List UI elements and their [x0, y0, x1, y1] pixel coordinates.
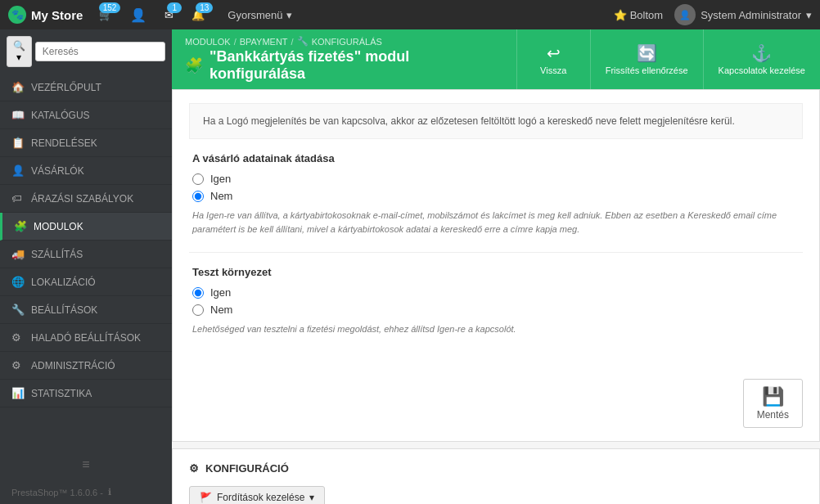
teszt-nem-option[interactable]: Nem	[192, 304, 800, 316]
breadcrumb-section: MODULOK / BPAYMENT / 🔧 KONFIGURÁLÁS 🧩 "B…	[172, 29, 516, 89]
sidebar-label-beallitasok: BEÁLLÍTÁSOK	[31, 304, 97, 316]
sidebar-collapse[interactable]: ≡	[0, 449, 172, 480]
breadcrumb-konfiguralas[interactable]: KONFIGURÁLÁS	[312, 37, 382, 47]
sidebar-item-vasarlok[interactable]: 👤 VÁSÁRLÓK	[0, 157, 172, 185]
vasarlo-radio-group: Igen Nem	[192, 173, 800, 202]
kapcsolatok-icon: ⚓	[751, 43, 772, 63]
breadcrumb-bpayment[interactable]: BPAYMENT	[240, 37, 288, 47]
config-section: ⚙ KONFIGURÁCIÓ 🚩 Fordítások kezelése ▾	[172, 448, 820, 505]
cart-icon[interactable]: 🛒 152	[99, 9, 112, 21]
admin-icon: ⚙	[11, 359, 25, 371]
flag-icon: 🚩	[200, 492, 212, 503]
sidebar-item-szallitas[interactable]: 🚚 SZÁLLÍTÁS	[0, 241, 172, 268]
sidebar-label-lokalizacio: LOKALIZÁCIÓ	[31, 277, 96, 288]
cart-badge: 152	[99, 2, 121, 13]
sidebar-item-arazasi[interactable]: 🏷 ÁRAZÁSI SZABÁLYOK	[0, 185, 172, 213]
breadcrumb: MODULOK / BPAYMENT / 🔧 KONFIGURÁLÁS	[185, 36, 503, 47]
modules-icon: 🧩	[14, 220, 27, 232]
catalog-icon: 📖	[11, 109, 25, 121]
search-button[interactable]: 🔍▾	[7, 36, 32, 67]
sidebar-item-modulok[interactable]: 🧩 MODULOK	[0, 213, 172, 241]
page-title-text: "Bankkártyás fizetés" modul konfigurálás…	[210, 48, 503, 83]
sidebar-item-vezerlpult[interactable]: 🏠 VEZÉRLŐPULT	[0, 74, 172, 101]
store-name: My Store	[31, 8, 83, 22]
person-icon[interactable]: 👤	[130, 7, 146, 23]
vasarlo-nem-radio[interactable]	[192, 191, 204, 202]
localization-icon: 🌐	[11, 276, 25, 288]
star-icon: ⭐	[614, 9, 627, 21]
frissites-label: Frissítés ellenőrzése	[606, 65, 688, 75]
settings-icon: 🔧	[11, 304, 25, 316]
sidebar-label-vasarlok: VÁSÁRLÓK	[31, 165, 84, 177]
store-logo[interactable]: 🐾 My Store	[8, 6, 83, 24]
config-title-text: KONFIGURÁCIÓ	[205, 462, 289, 475]
kapcsolatok-button[interactable]: ⚓ Kapcsolatok kezelése	[703, 29, 820, 89]
sidebar-label-arazasi: ÁRAZÁSI SZABÁLYOK	[31, 193, 133, 205]
prestashop-version: PrestaShop™ 1.6.0.6 - ℹ	[0, 480, 172, 504]
kapcsolatok-label: Kapcsolatok kezelése	[719, 65, 805, 75]
sidebar-label-rendelesek: RENDELÉSEK	[31, 137, 97, 149]
sidebar-item-statisztika[interactable]: 📊 STATISZTIKA	[0, 380, 172, 407]
info-text: Ha a Logó megjelenítés be van kapcsolva,…	[189, 103, 803, 139]
teszt-igen-radio[interactable]	[192, 287, 204, 299]
right-nav: ⭐ Boltom 👤 System Administrator ▾	[614, 4, 812, 25]
search-input[interactable]	[35, 42, 165, 61]
sidebar-label-vezerlpult: VEZÉRLŐPULT	[31, 82, 101, 93]
save-button[interactable]: 💾 Mentés	[743, 379, 803, 428]
boltom-label: Boltom	[630, 9, 663, 21]
logo-icon: 🐾	[8, 6, 26, 24]
teszt-title: Teszt környezet	[192, 266, 800, 278]
vasarlo-igen-option[interactable]: Igen	[192, 173, 800, 185]
config-icon: ⚙	[189, 462, 199, 475]
frissites-button[interactable]: 🔄 Frissítés ellenőrzése	[590, 29, 703, 89]
vasarlo-nem-option[interactable]: Nem	[192, 190, 800, 202]
sidebar-item-rendelesek[interactable]: 📋 RENDELÉSEK	[0, 129, 172, 157]
vasarlo-hint: Ha Igen-re van állítva, a kártyabirtokos…	[192, 209, 800, 236]
content-body: Ha a Logó megjelenítés be van kapcsolva,…	[173, 90, 819, 366]
sidebar-search: 🔍▾	[0, 29, 172, 74]
vissza-icon: ↩	[547, 43, 561, 63]
teszt-section: Teszt környezet Igen Nem Lehetőséged	[189, 266, 803, 336]
sidebar-item-beallitasok[interactable]: 🔧 BEÁLLÍTÁSOK	[0, 296, 172, 324]
sidebar-label-halado: HALADÓ BEÁLLÍTÁSOK	[31, 332, 141, 344]
sidebar-label-modulok: MODULOK	[34, 221, 83, 232]
advanced-icon: ⚙	[11, 331, 25, 344]
orders-icon[interactable]: 🔔 13	[191, 9, 205, 21]
admin-avatar: 👤	[674, 4, 696, 25]
vissza-button[interactable]: ↩ Vissza	[516, 29, 590, 89]
customers-icon: 👤	[11, 164, 25, 177]
teszt-igen-option[interactable]: Igen	[192, 286, 800, 299]
breadcrumb-modulok[interactable]: MODULOK	[185, 37, 231, 47]
boltom-button[interactable]: ⭐ Boltom	[614, 9, 663, 21]
action-bar: MODULOK / BPAYMENT / 🔧 KONFIGURÁLÁS 🧩 "B…	[172, 29, 820, 89]
vasarlo-igen-radio[interactable]	[192, 173, 204, 185]
breadcrumb-sep2: /	[291, 37, 294, 47]
sidebar-label-katalogus: KATALÓGUS	[31, 110, 90, 121]
sidebar-item-adminisztracio[interactable]: ⚙ ADMINISZTRÁCIÓ	[0, 352, 172, 380]
puzzle-icon: 🧩	[185, 56, 203, 74]
vasarlo-nem-label: Nem	[210, 190, 232, 202]
sidebar-label-statisztika: STATISZTIKA	[31, 388, 92, 399]
version-label: PrestaShop™ 1.6.0.6 -	[11, 488, 103, 497]
orders-badge: 13	[196, 2, 213, 13]
teszt-radio-group: Igen Nem	[192, 286, 800, 316]
main-layout: 🔍▾ 🏠 VEZÉRLŐPULT 📖 KATALÓGUS 📋 RENDELÉSE…	[0, 29, 820, 504]
translations-button[interactable]: 🚩 Fordítások kezelése ▾	[189, 486, 325, 505]
teszt-nem-radio[interactable]	[192, 304, 204, 316]
admin-menu[interactable]: 👤 System Administrator ▾	[674, 4, 812, 25]
sidebar-item-katalogus[interactable]: 📖 KATALÓGUS	[0, 101, 172, 129]
save-label: Mentés	[757, 409, 789, 421]
gyorsmenu-chevron: ▾	[286, 9, 292, 21]
sidebar-label-adminisztracio: ADMINISZTRÁCIÓ	[31, 360, 115, 371]
content-card: Ha a Logó megjelenítés be van kapcsolva,…	[172, 89, 820, 442]
gyorsmenu-button[interactable]: Gyorsmenü ▾	[228, 9, 291, 21]
sidebar-label-szallitas: SZÁLLÍTÁS	[31, 249, 83, 260]
messages-icon[interactable]: ✉ 1	[164, 9, 173, 21]
sidebar: 🔍▾ 🏠 VEZÉRLŐPULT 📖 KATALÓGUS 📋 RENDELÉSE…	[0, 29, 172, 504]
vasarlo-title: A vásárló adatainak átadása	[192, 152, 800, 164]
sidebar-item-lokalizacio[interactable]: 🌐 LOKALIZÁCIÓ	[0, 268, 172, 296]
sidebar-item-halado[interactable]: ⚙ HALADÓ BEÁLLÍTÁSOK	[0, 324, 172, 352]
page-content: Ha a Logó megjelenítés be van kapcsolva,…	[172, 89, 820, 504]
breadcrumb-sep1: /	[234, 37, 237, 47]
orders-list-icon: 📋	[11, 137, 25, 149]
